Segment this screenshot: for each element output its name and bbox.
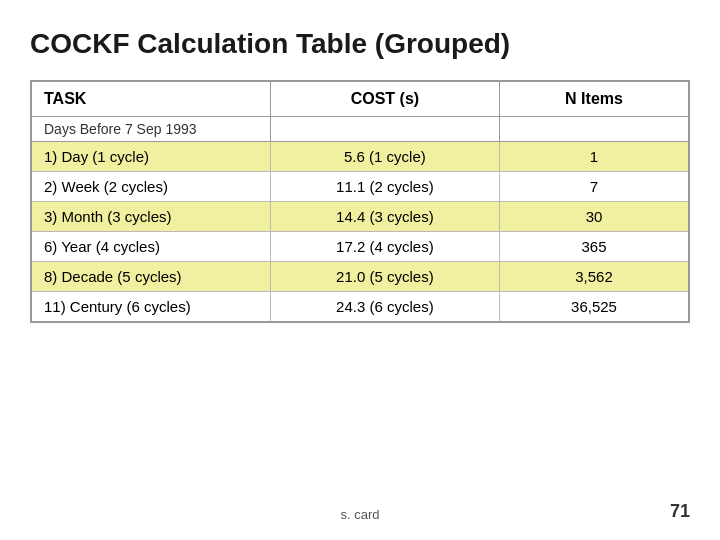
cell-cost: 17.2 (4 cycles) [270, 232, 499, 262]
cell-task: 3) Month (3 cycles) [31, 202, 270, 232]
cell-items: 3,562 [500, 262, 689, 292]
table-row: 3) Month (3 cycles)14.4 (3 cycles)30 [31, 202, 689, 232]
table-row: 11) Century (6 cycles)24.3 (6 cycles)36,… [31, 292, 689, 323]
cell-task: 11) Century (6 cycles) [31, 292, 270, 323]
table-body: 1) Day (1 cycle)5.6 (1 cycle)12) Week (2… [31, 142, 689, 323]
header-cost: COST (s) [270, 81, 499, 117]
cell-items: 365 [500, 232, 689, 262]
cell-task: 6) Year (4 cycles) [31, 232, 270, 262]
cell-items: 30 [500, 202, 689, 232]
cell-items: 7 [500, 172, 689, 202]
subheader-task: Days Before 7 Sep 1993 [31, 117, 270, 142]
table-row: 8) Decade (5 cycles)21.0 (5 cycles)3,562 [31, 262, 689, 292]
cell-task: 1) Day (1 cycle) [31, 142, 270, 172]
cell-cost: 5.6 (1 cycle) [270, 142, 499, 172]
cell-task: 2) Week (2 cycles) [31, 172, 270, 202]
cockf-table: TASK COST (s) N Items Days Before 7 Sep … [30, 80, 690, 323]
table-container: TASK COST (s) N Items Days Before 7 Sep … [30, 80, 690, 323]
header-items: N Items [500, 81, 689, 117]
cell-cost: 11.1 (2 cycles) [270, 172, 499, 202]
header-task: TASK [31, 81, 270, 117]
footer-label: s. card [340, 507, 379, 522]
cell-cost: 21.0 (5 cycles) [270, 262, 499, 292]
cell-cost: 14.4 (3 cycles) [270, 202, 499, 232]
page-title: COCKF Calculation Table (Grouped) [0, 0, 720, 80]
table-row: 1) Day (1 cycle)5.6 (1 cycle)1 [31, 142, 689, 172]
subheader-items [500, 117, 689, 142]
cell-task: 8) Decade (5 cycles) [31, 262, 270, 292]
cell-items: 1 [500, 142, 689, 172]
table-row: 2) Week (2 cycles)11.1 (2 cycles)7 [31, 172, 689, 202]
table-row: 6) Year (4 cycles)17.2 (4 cycles)365 [31, 232, 689, 262]
page-number: 71 [670, 501, 690, 522]
table-header-row: TASK COST (s) N Items [31, 81, 689, 117]
table-subheader-row: Days Before 7 Sep 1993 [31, 117, 689, 142]
cell-items: 36,525 [500, 292, 689, 323]
subheader-cost [270, 117, 499, 142]
cell-cost: 24.3 (6 cycles) [270, 292, 499, 323]
